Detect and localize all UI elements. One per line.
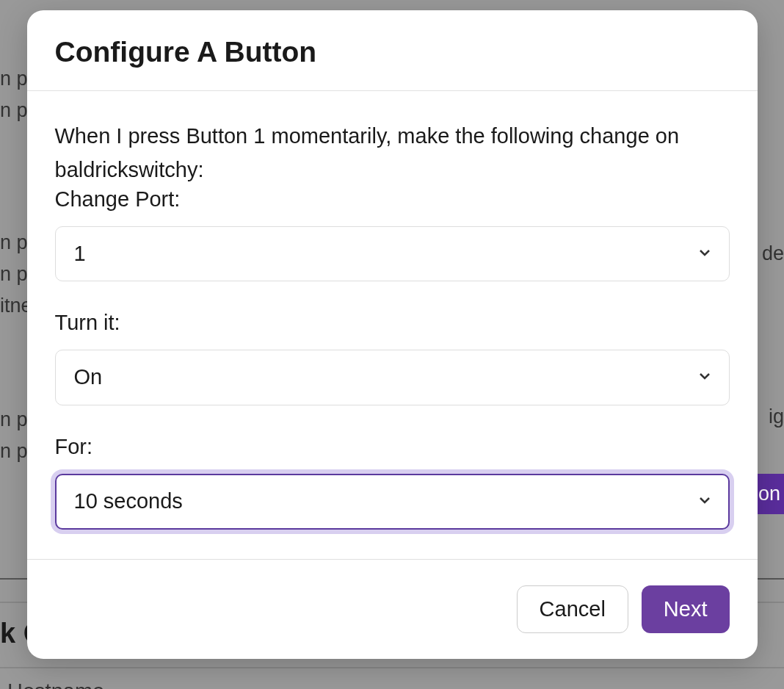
modal-title: Configure A Button (55, 36, 730, 68)
modal-body: When I press Button 1 momentarily, make … (27, 91, 758, 559)
action-label: Turn it: (55, 311, 730, 335)
duration-label: For: (55, 435, 730, 459)
port-label: Change Port: (55, 187, 730, 212)
port-select-wrapper: 1 (55, 226, 730, 282)
modal-overlay: Configure A Button When I press Button 1… (0, 0, 784, 689)
cancel-button[interactable]: Cancel (517, 585, 628, 633)
duration-select-wrapper: 10 seconds (55, 474, 730, 530)
action-select[interactable]: On (55, 350, 730, 405)
duration-select[interactable]: 10 seconds (55, 474, 730, 530)
modal-footer: Cancel Next (27, 559, 758, 659)
port-select[interactable]: 1 (55, 226, 730, 282)
action-select-wrapper: On (55, 350, 730, 405)
modal-header: Configure A Button (27, 10, 758, 91)
modal-description: When I press Button 1 momentarily, make … (55, 119, 730, 187)
next-button[interactable]: Next (642, 585, 730, 633)
configure-button-modal: Configure A Button When I press Button 1… (27, 10, 758, 659)
